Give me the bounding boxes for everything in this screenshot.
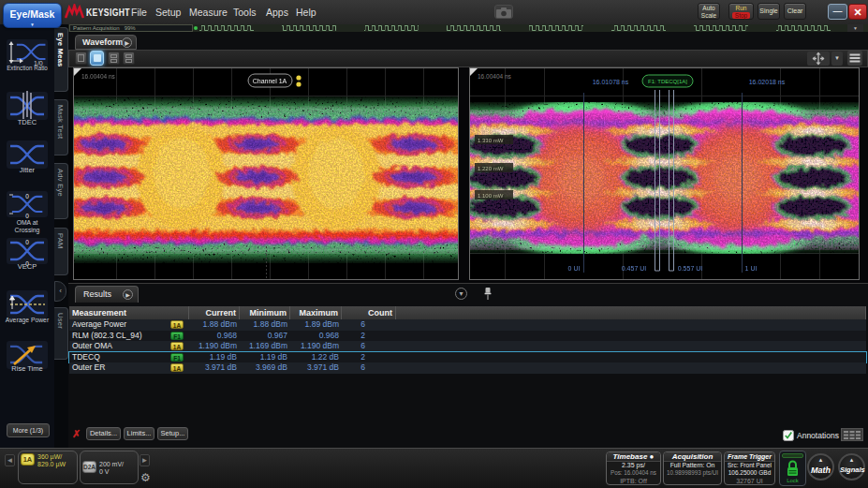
svg-text:Rise Time: Rise Time (11, 364, 42, 373)
svg-text:OMA at: OMA at (17, 219, 38, 226)
svg-text:0: 0 (25, 193, 29, 200)
svg-text:16.02018 ns: 16.02018 ns (749, 79, 786, 85)
svg-text:Extinction Ratio: Extinction Ratio (7, 65, 48, 71)
svg-text:Jitter: Jitter (20, 166, 36, 174)
svg-text:1.220 mW: 1.220 mW (478, 166, 504, 171)
svg-text:1.100 mW: 1.100 mW (478, 193, 504, 199)
svg-text:Average Power: Average Power (6, 317, 50, 324)
svg-text:16.00404 ns: 16.00404 ns (478, 73, 512, 80)
svg-text:16.01078 ns: 16.01078 ns (593, 79, 629, 85)
svg-text:1.330 mW: 1.330 mW (478, 138, 504, 143)
svg-text:VECP: VECP (18, 262, 37, 271)
svg-text:16.00404 ns: 16.00404 ns (81, 73, 116, 80)
svg-text:1 UI: 1 UI (745, 265, 758, 272)
svg-text:Channel 1A: Channel 1A (253, 78, 287, 84)
svg-text:Crossing: Crossing (15, 227, 40, 234)
svg-text:0: 0 (25, 213, 29, 219)
svg-text:0.457 UI: 0.457 UI (622, 265, 647, 272)
svg-text:F1: TDECQ[1A]: F1: TDECQ[1A] (648, 79, 687, 84)
svg-text:TDEC: TDEC (18, 118, 37, 126)
svg-text:0.557 UI: 0.557 UI (678, 265, 703, 272)
svg-text:0: 0 (25, 239, 29, 245)
svg-text:0 UI: 0 UI (568, 265, 581, 272)
